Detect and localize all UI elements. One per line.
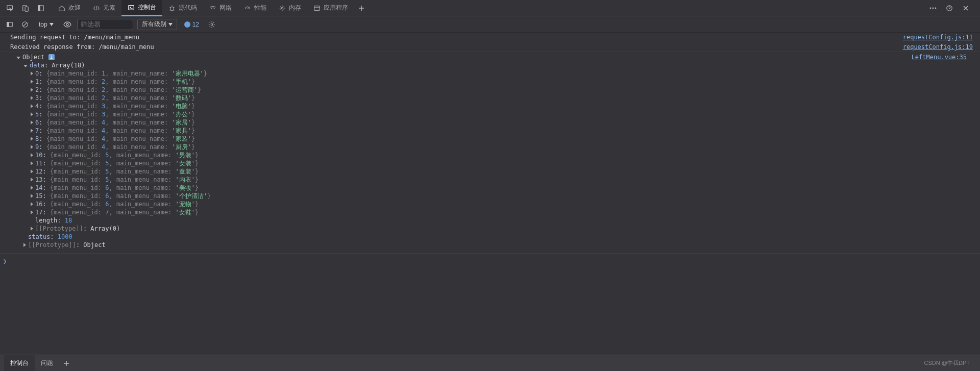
- tab-sources[interactable]: 源代码: [162, 0, 203, 16]
- tree-row[interactable]: 1: {main_menu_id: 2, main_menu_name: '手机…: [10, 78, 912, 86]
- inspect-icon[interactable]: [3, 1, 17, 15]
- expand-right-icon: [31, 104, 33, 108]
- tab-welcome[interactable]: 欢迎: [52, 0, 87, 16]
- svg-point-10: [933, 7, 934, 9]
- drawer-tab-issues-label: 问题: [41, 359, 53, 367]
- code-icon: [93, 5, 100, 12]
- tab-performance[interactable]: 性能: [238, 0, 273, 16]
- expand-right-icon: [31, 129, 33, 133]
- device-icon[interactable]: [18, 1, 33, 15]
- home-icon: [58, 5, 65, 12]
- dock-icon[interactable]: [34, 1, 48, 15]
- expand-right-icon: [31, 227, 33, 231]
- top-left-controls: [3, 1, 48, 15]
- expand-right-icon: [31, 202, 33, 206]
- console-output: Sending request to: /menu/main_menureque…: [0, 33, 980, 355]
- wifi-icon: [209, 5, 216, 12]
- expand-right-icon: [31, 96, 33, 100]
- sidebar-toggle-icon[interactable]: [4, 19, 15, 30]
- log-source-link[interactable]: LeftMenu.vue:35: [912, 53, 970, 249]
- tab-performance-label: 性能: [254, 4, 266, 12]
- expand-right-icon: [31, 178, 33, 182]
- bug-icon: [168, 5, 176, 12]
- console-log-row: Sending request to: /menu/main_menureque…: [0, 33, 980, 42]
- tab-network-label: 网络: [219, 4, 232, 12]
- svg-rect-8: [314, 6, 320, 10]
- svg-rect-5: [129, 5, 134, 10]
- top-right-controls: [926, 1, 977, 15]
- tree-row[interactable]: 6: {main_menu_id: 4, main_menu_name: '家居…: [10, 118, 912, 127]
- tab-application-label: 应用程序: [324, 4, 348, 12]
- tab-network[interactable]: 网络: [203, 0, 238, 16]
- tree-row[interactable]: 11: {main_menu_id: 5, main_menu_name: '女…: [10, 159, 912, 167]
- svg-point-6: [170, 7, 174, 10]
- tree-row[interactable]: 12: {main_menu_id: 5, main_menu_name: '童…: [10, 167, 912, 176]
- console-log-row: Received response from: /menu/main_menur…: [0, 42, 980, 52]
- message-count[interactable]: 12: [181, 21, 202, 28]
- tree-row[interactable]: 14: {main_menu_id: 6, main_menu_name: '美…: [10, 184, 912, 192]
- drawer-tab-issues[interactable]: 问题: [35, 355, 59, 372]
- clear-console-icon[interactable]: [19, 19, 31, 30]
- log-message: Received response from: /menu/main_menu: [10, 43, 903, 51]
- drawer-tab-console-label: 控制台: [10, 359, 29, 367]
- more-icon[interactable]: [926, 1, 940, 15]
- tree-row[interactable]: 13: {main_menu_id: 5, main_menu_name: '内…: [10, 176, 912, 184]
- devtools-main-tabs: 欢迎 元素 控制台 源代码 网络 性能 内存 应用程序: [0, 0, 980, 16]
- expand-down-icon: [23, 65, 28, 67]
- context-selector[interactable]: top: [35, 19, 58, 30]
- tab-console[interactable]: 控制台: [121, 0, 162, 16]
- tree-row[interactable]: 10: {main_menu_id: 5, main_menu_name: '男…: [10, 151, 912, 159]
- tree-row[interactable]: 2: {main_menu_id: 2, main_menu_name: '运营…: [10, 86, 912, 94]
- tree-row[interactable]: 0: {main_menu_id: 1, main_menu_name: '家用…: [10, 69, 912, 78]
- console-filter-bar: top 所有级别 12: [0, 16, 980, 33]
- svg-point-7: [281, 7, 283, 9]
- svg-point-9: [930, 7, 932, 9]
- filter-input[interactable]: [77, 19, 133, 30]
- tree-row[interactable]: [[Prototype]]: Object: [10, 241, 912, 249]
- eye-icon[interactable]: [62, 19, 73, 30]
- tree-row[interactable]: 16: {main_menu_id: 6, main_menu_name: '宠…: [10, 200, 912, 208]
- tree-row[interactable]: 17: {main_menu_id: 7, main_menu_name: '女…: [10, 208, 912, 216]
- tree-row[interactable]: data: Array(18): [10, 61, 912, 69]
- expand-right-icon: [31, 71, 33, 76]
- svg-rect-2: [25, 7, 28, 11]
- settings-icon[interactable]: [206, 19, 217, 30]
- drawer-add-button[interactable]: [59, 356, 74, 370]
- expand-right-icon: [31, 210, 33, 214]
- tab-console-label: 控制台: [138, 3, 156, 12]
- drawer-tab-console[interactable]: 控制台: [4, 355, 35, 372]
- app-icon: [313, 5, 321, 12]
- tree-row[interactable]: length: 18: [10, 216, 912, 225]
- tab-application[interactable]: 应用程序: [307, 0, 354, 16]
- tree-row[interactable]: Object i: [10, 53, 912, 61]
- svg-point-17: [211, 23, 213, 26]
- tab-memory[interactable]: 内存: [273, 0, 307, 16]
- tree-row[interactable]: 15: {main_menu_id: 6, main_menu_name: '个…: [10, 192, 912, 200]
- console-prompt[interactable]: ❯: [0, 254, 980, 268]
- tab-welcome-label: 欢迎: [68, 4, 81, 12]
- tree-row[interactable]: 7: {main_menu_id: 4, main_menu_name: '家具…: [10, 127, 912, 135]
- tree-row[interactable]: [[Prototype]]: Array(0): [10, 225, 912, 233]
- chevron-down-icon: [168, 23, 173, 26]
- tree-row[interactable]: status: 1000: [10, 233, 912, 241]
- console-object-block: Object idata: Array(18)0: {main_menu_id:…: [0, 52, 980, 254]
- expand-right-icon: [31, 137, 33, 141]
- expand-right-icon: [31, 120, 33, 125]
- tree-row[interactable]: 3: {main_menu_id: 2, main_menu_name: '数码…: [10, 94, 912, 102]
- info-dot-icon: [184, 21, 190, 28]
- tree-row[interactable]: 8: {main_menu_id: 4, main_menu_name: '家装…: [10, 135, 912, 143]
- expand-right-icon: [31, 80, 33, 84]
- log-source-link[interactable]: requestConfig.js:19: [903, 43, 976, 51]
- add-tab-button[interactable]: [354, 1, 369, 15]
- prompt-caret-icon: ❯: [3, 257, 7, 265]
- tree-row[interactable]: 4: {main_menu_id: 3, main_menu_name: '电脑…: [10, 102, 912, 110]
- log-source-link[interactable]: requestConfig.js:11: [903, 33, 976, 41]
- tab-sources-label: 源代码: [179, 4, 197, 12]
- expand-right-icon: [31, 186, 33, 190]
- level-dropdown[interactable]: 所有级别: [137, 19, 177, 30]
- tree-row[interactable]: 5: {main_menu_id: 3, main_menu_name: '办公…: [10, 110, 912, 118]
- tab-elements[interactable]: 元素: [87, 0, 121, 16]
- tree-row[interactable]: 9: {main_menu_id: 4, main_menu_name: '厨房…: [10, 143, 912, 151]
- help-icon[interactable]: [942, 1, 957, 15]
- close-icon[interactable]: [959, 1, 973, 15]
